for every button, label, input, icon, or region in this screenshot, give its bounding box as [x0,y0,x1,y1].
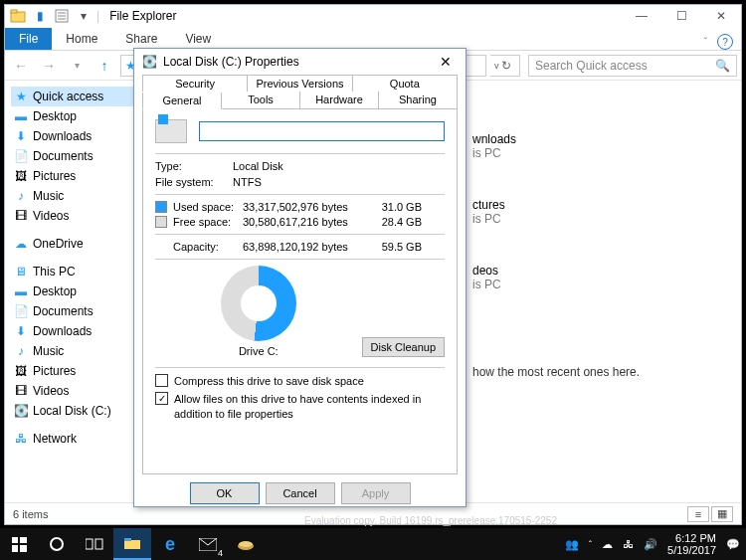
svg-rect-13 [124,538,131,541]
recent-files-msg: how the most recent ones here. [472,365,640,379]
music-icon: ♪ [13,188,29,204]
tree-thispc[interactable]: 🖥This PC [11,262,133,281]
free-gb: 28.4 GB [372,216,422,228]
date: 5/19/2017 [667,544,716,556]
svg-point-16 [239,541,253,547]
document-icon: 📄 [13,148,29,164]
document-icon: 📄 [13,303,29,319]
tab-tools[interactable]: Tools [222,92,300,108]
close-button[interactable]: ✕ [701,5,741,27]
qat-overflow-icon[interactable]: ▾ [75,7,93,25]
dialog-title: Local Disk (C:) Properties [163,55,299,69]
tree-pictures[interactable]: 🖼Pictures [11,166,133,186]
address-dropdown-icon[interactable]: v [494,61,499,71]
qat-properties-icon[interactable] [53,7,71,25]
drive-name-input[interactable] [199,121,445,141]
folder-icon [9,7,27,25]
taskbar-app[interactable] [227,528,265,560]
tab-home[interactable]: Home [52,28,111,50]
ok-button[interactable]: OK [190,482,260,504]
tree-network[interactable]: 🖧Network [11,429,133,449]
folder-videos[interactable]: deos [472,264,501,278]
clock[interactable]: 6:12 PM 5/19/2017 [667,532,716,556]
people-icon[interactable]: 👥 [565,538,579,551]
titlebar: ▮ ▾ | File Explorer — ☐ ✕ [5,5,741,27]
used-label: Used space: [173,201,243,213]
free-swatch [155,216,167,228]
volume-tray-icon[interactable]: 🔊 [644,538,657,551]
tree-localdisk[interactable]: 💽Local Disk (C:) [11,401,133,421]
tree-videos[interactable]: 🎞Videos [11,206,133,226]
ribbon-collapse-icon[interactable]: ˇ [704,37,707,48]
evaluation-watermark: Evaluation copy. Build 16199.rs_prerelea… [304,515,557,526]
dialog-close-button[interactable]: ✕ [434,54,458,70]
tab-file[interactable]: File [5,28,52,50]
star-icon: ★ [13,89,29,104]
tab-strip: Security Previous Versions Quota General… [134,75,466,108]
taskbar-explorer[interactable] [113,528,151,560]
compress-checkbox[interactable] [155,374,168,387]
mail-badge: 4 [218,548,223,558]
index-checkbox[interactable]: ✓ [155,392,168,405]
svg-rect-9 [20,545,27,552]
tab-security[interactable]: Security [142,75,248,92]
tree-downloads2[interactable]: ⬇Downloads [11,321,133,341]
onedrive-tray-icon[interactable]: ☁ [602,538,613,551]
cancel-button[interactable]: Cancel [266,482,335,504]
tree-videos2[interactable]: 🎞Videos [11,381,133,401]
tab-general[interactable]: General [142,93,222,109]
maximize-button[interactable]: ☐ [661,5,701,27]
tree-music[interactable]: ♪Music [11,186,133,206]
tab-sharing[interactable]: Sharing [379,92,458,108]
search-input[interactable]: Search Quick access 🔍 [528,55,737,77]
tree-music2[interactable]: ♪Music [11,341,133,361]
taskbar-edge[interactable]: e [151,528,189,560]
minimize-button[interactable]: — [622,5,661,27]
taskbar-mail[interactable]: 4 [189,528,227,560]
folder-pictures[interactable]: ctures [472,198,505,212]
tab-share[interactable]: Share [111,28,171,50]
drive-icon: 💽 [13,403,29,419]
tree-documents2[interactable]: 📄Documents [11,301,133,321]
forward-button[interactable]: → [37,54,61,78]
tree-desktop[interactable]: ▬Desktop [11,106,133,126]
cortana-button[interactable] [38,528,76,560]
view-details-button[interactable]: ≡ [687,506,709,522]
qat-save-icon[interactable]: ▮ [31,7,49,25]
refresh-icon[interactable]: ↻ [501,59,511,73]
tree-onedrive[interactable]: ☁OneDrive [11,234,133,254]
capacity-gb: 59.5 GB [372,241,422,253]
type-value: Local Disk [233,160,283,172]
dialog-buttons: OK Cancel Apply [134,474,466,512]
up-button[interactable]: ↑ [93,54,116,78]
back-button[interactable]: ← [9,54,33,78]
apply-button[interactable]: Apply [341,482,411,504]
tab-quota[interactable]: Quota [353,75,458,92]
dialog-titlebar: 💽 Local Disk (C:) Properties ✕ [134,49,466,75]
folder-downloads[interactable]: wnloads [472,132,516,146]
tree-downloads[interactable]: ⬇Downloads [11,126,133,146]
view-large-button[interactable]: ▦ [711,506,733,522]
disk-cleanup-button[interactable]: Disk Cleanup [362,337,445,357]
download-icon: ⬇ [13,128,29,144]
svg-rect-10 [86,539,93,549]
recent-locations-button[interactable]: ▾ [65,54,89,78]
tab-previous-versions[interactable]: Previous Versions [248,75,352,92]
search-placeholder: Search Quick access [535,59,648,73]
tree-pictures2[interactable]: 🖼Pictures [11,361,133,381]
taskview-button[interactable] [76,528,113,560]
help-icon[interactable]: ? [717,34,733,50]
tray-up-icon[interactable]: ˆ [589,539,592,549]
free-bytes: 30,580,617,216 bytes [243,216,372,228]
space-pie-chart [221,266,296,341]
tree-desktop2[interactable]: ▬Desktop [11,281,133,301]
svg-rect-1 [11,10,17,13]
network-tray-icon[interactable]: 🖧 [623,538,634,550]
start-button[interactable] [0,528,38,560]
tab-view[interactable]: View [171,28,225,50]
pc-icon: 🖥 [13,264,29,280]
tree-quick-access[interactable]: ★Quick access [11,87,133,106]
tree-documents[interactable]: 📄Documents [11,146,133,166]
tab-hardware[interactable]: Hardware [300,92,379,108]
action-center-icon[interactable]: 💬 [726,538,740,551]
